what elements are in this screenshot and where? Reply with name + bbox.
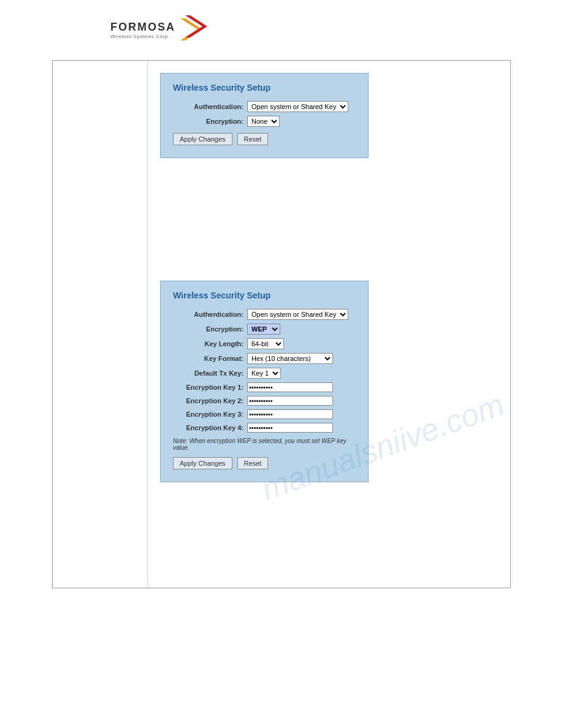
sidebar <box>53 61 148 588</box>
enc-key3-input[interactable] <box>247 409 333 419</box>
key-format-label: Key Format: <box>173 355 243 362</box>
apply-button-2[interactable]: Apply Changes <box>173 457 232 469</box>
auth-select-2[interactable]: Open system or Shared Key Open System Sh… <box>247 309 348 320</box>
logo-brand: FORMOSA <box>110 21 175 34</box>
logo-text: FORMOSA Wireless Systems Corp. <box>110 21 175 39</box>
enc-key4-row: Encryption Key 4: <box>173 423 356 433</box>
auth-row-2: Authentication: Open system or Shared Ke… <box>173 309 356 320</box>
auth-select-1[interactable]: Open system or Shared Key Open System Sh… <box>247 101 348 112</box>
reset-button-2[interactable]: Reset <box>237 457 269 469</box>
header: FORMOSA Wireless Systems Corp. <box>0 0 563 54</box>
panel1-title: Wireless Security Setup <box>173 83 356 93</box>
logo-container: FORMOSA Wireless Systems Corp. <box>110 12 563 48</box>
wireless-security-panel-1: Wireless Security Setup Authentication: … <box>160 73 369 158</box>
auth-label-1: Authentication: <box>173 103 243 110</box>
key-length-row: Key Length: 64-bit 128-bit <box>173 338 356 349</box>
apply-button-1[interactable]: Apply Changes <box>173 133 232 145</box>
btn-row-1: Apply Changes Reset <box>173 133 356 145</box>
default-tx-label: Default Tx Key: <box>173 370 243 377</box>
auth-label-2: Authentication: <box>173 311 243 318</box>
default-tx-row: Default Tx Key: Key 1 Key 2 Key 3 Key 4 <box>173 368 356 379</box>
key-length-select[interactable]: 64-bit 128-bit <box>247 338 284 349</box>
enc-key4-input[interactable] <box>247 423 333 433</box>
btn-row-2: Apply Changes Reset <box>173 457 356 469</box>
enc-label-1: Encryption: <box>173 118 243 125</box>
enc-key3-label: Encryption Key 3: <box>173 411 243 418</box>
enc-label-2: Encryption: <box>173 325 243 333</box>
content-area: Wireless Security Setup Authentication: … <box>148 61 510 588</box>
enc-key4-label: Encryption Key 4: <box>173 424 243 431</box>
enc-select-1[interactable]: None WEP <box>247 116 280 127</box>
spacer <box>160 170 498 281</box>
key-format-select[interactable]: Hex (10 characters) ASCII (5 characters) <box>247 353 333 364</box>
enc-key1-input[interactable] <box>247 382 333 392</box>
enc-key2-input[interactable] <box>247 396 333 406</box>
enc-key1-row: Encryption Key 1: <box>173 382 356 392</box>
panel2-title: Wireless Security Setup <box>173 290 356 300</box>
logo-arrow <box>180 12 208 48</box>
enc-key2-row: Encryption Key 2: <box>173 396 356 406</box>
auth-row-1: Authentication: Open system or Shared Ke… <box>173 101 356 112</box>
enc-key1-label: Encryption Key 1: <box>173 384 243 391</box>
logo-subtitle: Wireless Systems Corp. <box>110 34 169 39</box>
default-tx-select[interactable]: Key 1 Key 2 Key 3 Key 4 <box>247 368 281 379</box>
enc-key2-label: Encryption Key 2: <box>173 397 243 404</box>
key-format-row: Key Format: Hex (10 characters) ASCII (5… <box>173 353 356 364</box>
wep-note: Note: When encryption WEP is selected, y… <box>173 438 356 451</box>
enc-select-2[interactable]: WEP None <box>247 324 280 335</box>
enc-row-1: Encryption: None WEP <box>173 116 356 127</box>
main-container: manualsniive.com Wireless Security Setup… <box>52 60 511 588</box>
reset-button-1[interactable]: Reset <box>237 133 269 145</box>
enc-row-2: Encryption: WEP None <box>173 324 356 335</box>
key-length-label: Key Length: <box>173 340 243 347</box>
enc-key3-row: Encryption Key 3: <box>173 409 356 419</box>
wireless-security-panel-2: Wireless Security Setup Authentication: … <box>160 281 369 482</box>
